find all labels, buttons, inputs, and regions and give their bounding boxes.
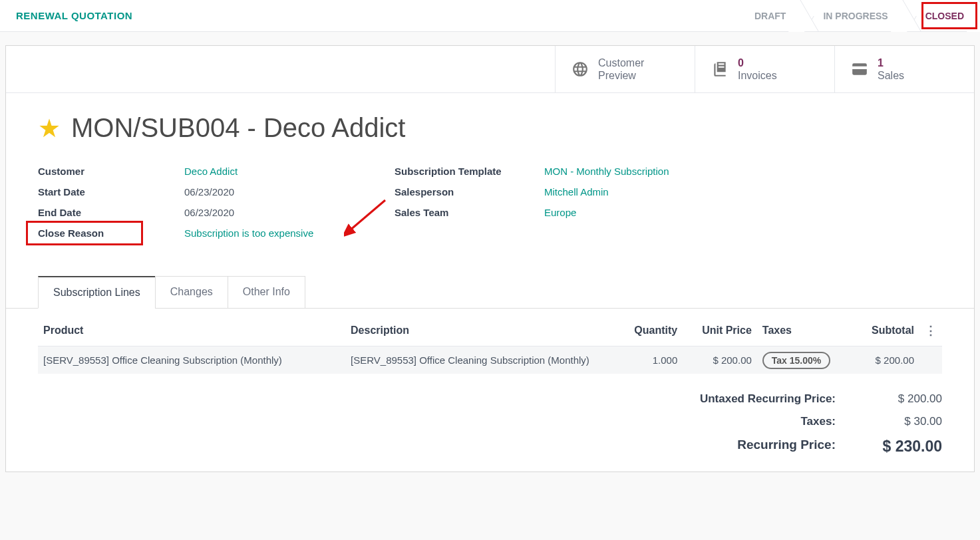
recurring-value: $ 230.00 bbox=[862, 438, 942, 456]
salesperson-label: Salesperson bbox=[395, 186, 544, 198]
tabs: Subscription Lines Changes Other Info bbox=[38, 276, 974, 309]
tab-changes[interactable]: Changes bbox=[155, 276, 228, 309]
invoices-button[interactable]: 0Invoices bbox=[695, 46, 834, 92]
col-taxes: Taxes bbox=[757, 315, 854, 346]
customer-preview-button[interactable]: CustomerPreview bbox=[555, 46, 695, 92]
start-date-value: 06/23/2020 bbox=[184, 186, 395, 198]
cell-quantity: 1.000 bbox=[617, 346, 683, 374]
lines-table: Product Description Quantity Unit Price … bbox=[38, 315, 942, 374]
status-draft[interactable]: DRAFT bbox=[733, 0, 802, 31]
table-row[interactable]: [SERV_89553] Office Cleaning Subscriptio… bbox=[38, 346, 942, 374]
field-grid: Customer Deco Addict Subscription Templa… bbox=[38, 166, 942, 239]
end-date-label: End Date bbox=[38, 207, 184, 218]
start-date-label: Start Date bbox=[38, 186, 184, 198]
customer-label: Customer bbox=[38, 166, 184, 177]
record-card: CustomerPreview 0Invoices 1Sales ★ MON/S… bbox=[5, 45, 975, 472]
template-value[interactable]: MON - Monthly Subscription bbox=[544, 166, 942, 177]
cell-subtotal: $ 200.00 bbox=[854, 346, 919, 374]
title-row: ★ MON/SUB004 - Deco Addict bbox=[38, 113, 942, 143]
globe-icon bbox=[572, 61, 589, 78]
cell-unit-price: $ 200.00 bbox=[683, 346, 757, 374]
recurring-label: Recurring Price: bbox=[676, 438, 836, 456]
cell-description: [SERV_89553] Office Cleaning Subscriptio… bbox=[345, 346, 617, 374]
cell-tax: Tax 15.00% bbox=[757, 346, 854, 374]
close-reason-label: Close Reason bbox=[38, 227, 184, 239]
cell-product: [SERV_89553] Office Cleaning Subscriptio… bbox=[38, 346, 345, 374]
totals: Untaxed Recurring Price:$ 200.00 Taxes:$… bbox=[38, 392, 942, 456]
col-product: Product bbox=[38, 315, 345, 346]
untaxed-label: Untaxed Recurring Price: bbox=[676, 392, 836, 406]
book-icon bbox=[711, 61, 729, 78]
tab-other-info[interactable]: Other Info bbox=[228, 276, 305, 309]
col-description: Description bbox=[345, 315, 617, 346]
tab-subscription-lines[interactable]: Subscription Lines bbox=[38, 276, 156, 309]
sales-team-value[interactable]: Europe bbox=[544, 207, 942, 218]
renewal-quotation-button[interactable]: RENEWAL QUOTATION bbox=[16, 0, 132, 31]
table-options-icon[interactable]: ⋮ bbox=[925, 324, 937, 337]
stat-buttons: CustomerPreview 0Invoices 1Sales bbox=[6, 46, 974, 93]
taxes-value: $ 30.00 bbox=[862, 415, 942, 428]
salesperson-value[interactable]: Mitchell Admin bbox=[544, 186, 942, 198]
card-icon bbox=[851, 61, 868, 78]
arrow-annotation bbox=[344, 198, 389, 237]
status-in-progress[interactable]: IN PROGRESS bbox=[802, 0, 903, 31]
svg-line-0 bbox=[349, 200, 385, 231]
record-title: MON/SUB004 - Deco Addict bbox=[71, 113, 405, 143]
status-trail: DRAFT IN PROGRESS CLOSED bbox=[733, 0, 980, 31]
customer-value[interactable]: Deco Addict bbox=[184, 166, 395, 177]
top-bar: RENEWAL QUOTATION DRAFT IN PROGRESS CLOS… bbox=[0, 0, 980, 32]
untaxed-value: $ 200.00 bbox=[862, 392, 942, 406]
col-subtotal: Subtotal bbox=[854, 315, 919, 346]
star-icon[interactable]: ★ bbox=[38, 114, 61, 143]
col-quantity: Quantity bbox=[617, 315, 683, 346]
template-label: Subscription Template bbox=[395, 166, 544, 177]
sales-team-label: Sales Team bbox=[395, 207, 544, 218]
sales-button[interactable]: 1Sales bbox=[834, 46, 974, 92]
taxes-label: Taxes: bbox=[676, 415, 836, 428]
col-unit-price: Unit Price bbox=[683, 315, 757, 346]
